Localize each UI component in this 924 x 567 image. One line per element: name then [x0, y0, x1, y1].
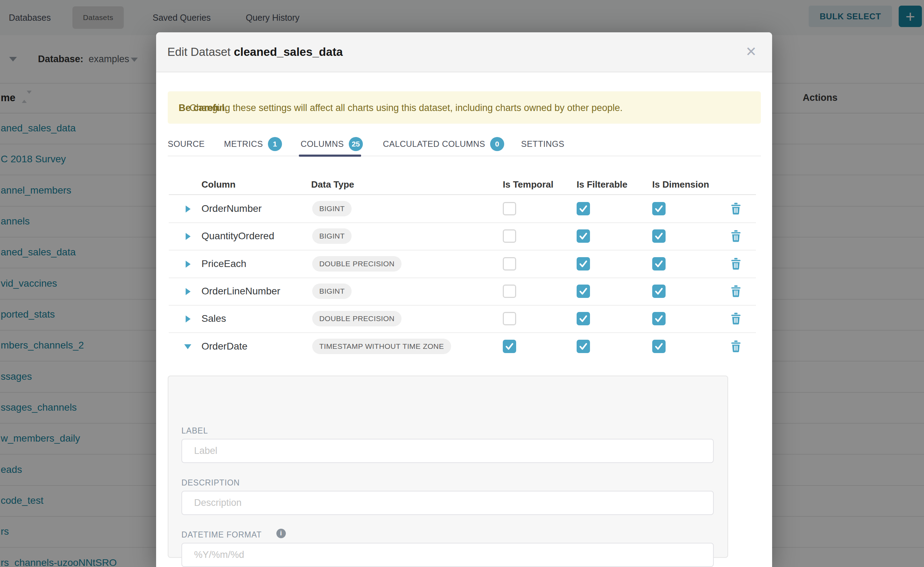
is-dimension-checkbox[interactable]	[652, 312, 665, 325]
column-header-column: Column	[202, 175, 236, 194]
tabs-divider	[168, 156, 761, 156]
column-row-priceeach: PriceEachDOUBLE PRECISION	[169, 250, 756, 278]
is-filterable-checkbox[interactable]	[576, 312, 590, 325]
expand-caret-icon[interactable]	[186, 206, 191, 213]
data-type-pill: DOUBLE PRECISION	[312, 256, 402, 272]
delete-column-trash-icon[interactable]	[731, 340, 741, 352]
collapse-caret-icon[interactable]	[184, 344, 191, 349]
close-icon[interactable]: ✕	[745, 32, 757, 71]
data-type-pill: BIGINT	[312, 201, 352, 216]
column-row-sales: SalesDOUBLE PRECISION	[169, 305, 756, 333]
is-dimension-checkbox[interactable]	[652, 257, 665, 270]
is-dimension-checkbox[interactable]	[652, 202, 665, 215]
description-input[interactable]	[181, 491, 714, 515]
expand-caret-icon[interactable]	[186, 261, 191, 268]
is-temporal-checkbox[interactable]	[503, 340, 516, 353]
is-filterable-checkbox[interactable]	[576, 340, 590, 353]
tab-calculated-columns[interactable]: CALCULATED COLUMNS0	[383, 137, 504, 151]
tab-source[interactable]: SOURCE	[168, 137, 205, 151]
dataset-name: cleaned_sales_data	[234, 45, 343, 58]
column-name: OrderNumber	[202, 195, 262, 222]
tab-label: COLUMNS	[301, 139, 344, 149]
column-header-data-type: Data Type	[311, 175, 354, 194]
tab-columns[interactable]: COLUMNS25	[301, 137, 363, 151]
tab-label: METRICS	[224, 139, 263, 149]
edit-dataset-modal: Edit Dataset cleaned_sales_data ✕ Be car…	[156, 32, 772, 567]
is-filterable-checkbox[interactable]	[576, 202, 590, 215]
is-filterable-checkbox[interactable]	[576, 257, 590, 270]
data-type-pill: BIGINT	[312, 284, 352, 299]
expand-caret-icon[interactable]	[186, 315, 191, 322]
is-temporal-checkbox[interactable]	[503, 257, 516, 270]
delete-column-trash-icon[interactable]	[731, 285, 741, 297]
tab-count-badge: 0	[490, 137, 504, 151]
info-icon[interactable]: i	[276, 529, 286, 538]
column-row-ordernumber: OrderNumberBIGINT	[169, 195, 756, 223]
delete-column-trash-icon[interactable]	[731, 258, 741, 270]
is-temporal-checkbox[interactable]	[503, 202, 516, 215]
data-type-pill: BIGINT	[312, 228, 352, 244]
column-row-quantityordered: QuantityOrderedBIGINT	[169, 222, 756, 250]
datetime-format-input[interactable]	[181, 543, 714, 567]
description-field-label: DESCRIPTION	[181, 478, 240, 488]
column-name: OrderLineNumber	[202, 278, 280, 305]
modal-header: Edit Dataset cleaned_sales_data ✕	[156, 32, 772, 72]
expand-caret-icon[interactable]	[186, 233, 191, 240]
column-row-orderlinenumber: OrderLineNumberBIGINT	[169, 278, 756, 306]
warning-banner: Be careful. Changing these settings will…	[168, 92, 761, 124]
is-dimension-checkbox[interactable]	[652, 285, 665, 298]
column-name: OrderDate	[202, 333, 248, 360]
column-header-is-filterable: Is Filterable	[576, 175, 628, 194]
delete-column-trash-icon[interactable]	[731, 203, 741, 214]
column-row-orderdate: OrderDateTIMESTAMP WITHOUT TIME ZONE	[169, 333, 756, 360]
tab-settings[interactable]: SETTINGS	[521, 137, 564, 151]
column-name: PriceEach	[202, 250, 247, 278]
column-name: Sales	[202, 305, 226, 332]
column-detail-panel: LABEL DESCRIPTION DATETIME FORMAT i	[168, 375, 728, 558]
is-filterable-checkbox[interactable]	[576, 285, 590, 298]
data-type-pill: DOUBLE PRECISION	[312, 311, 402, 326]
is-temporal-checkbox[interactable]	[503, 285, 516, 298]
columns-table-header: ColumnData TypeIs TemporalIs FilterableI…	[169, 175, 756, 195]
column-name: QuantityOrdered	[202, 222, 274, 250]
is-temporal-checkbox[interactable]	[503, 230, 516, 243]
warning-text: Changing these settings will affect all …	[190, 92, 623, 124]
delete-column-trash-icon[interactable]	[731, 230, 741, 242]
label-field-label: LABEL	[181, 426, 208, 436]
is-dimension-checkbox[interactable]	[652, 340, 665, 353]
datetime-format-field-label: DATETIME FORMAT i	[181, 530, 262, 540]
modal-title: Edit Dataset cleaned_sales_data	[167, 32, 343, 72]
is-temporal-checkbox[interactable]	[503, 312, 516, 325]
tab-label: SOURCE	[168, 139, 205, 149]
expand-caret-icon[interactable]	[186, 288, 191, 295]
delete-column-trash-icon[interactable]	[731, 313, 741, 325]
tab-count-badge: 25	[349, 137, 363, 151]
is-filterable-checkbox[interactable]	[576, 230, 590, 243]
tab-count-badge: 1	[268, 137, 282, 151]
column-header-is-dimension: Is Dimension	[652, 175, 709, 194]
label-input[interactable]	[181, 439, 714, 463]
app-root: DatabasesDatasetsSaved QueriesQuery Hist…	[0, 0, 924, 567]
tab-label: CALCULATED COLUMNS	[383, 139, 485, 149]
data-type-pill: TIMESTAMP WITHOUT TIME ZONE	[312, 339, 451, 354]
active-tab-indicator	[299, 154, 361, 157]
column-header-is-temporal: Is Temporal	[503, 175, 554, 194]
tab-label: SETTINGS	[521, 139, 564, 149]
is-dimension-checkbox[interactable]	[652, 230, 665, 243]
tab-metrics[interactable]: METRICS1	[224, 137, 282, 151]
